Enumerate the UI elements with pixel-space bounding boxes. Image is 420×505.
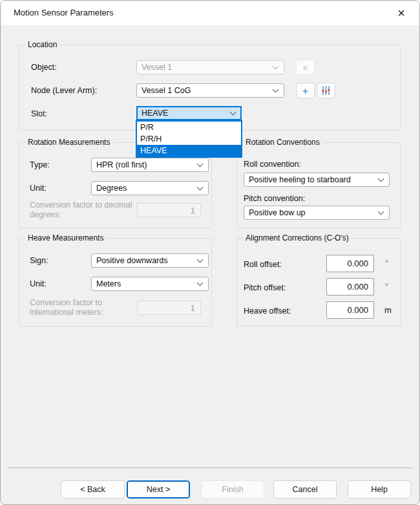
pitch-convention-label: Pitch convention: <box>244 194 305 203</box>
heave-sign-combobox[interactable]: Positive downwards <box>91 253 209 268</box>
heave-sign-label: Sign: <box>30 256 48 265</box>
rotation-type-combobox[interactable]: HPR (roll first) <box>91 158 209 172</box>
pitch-offset-input[interactable] <box>326 278 374 295</box>
add-icon: + <box>302 63 308 72</box>
pitch-offset-label: Pitch offset: <box>244 283 286 292</box>
chevron-down-icon <box>230 109 236 116</box>
pitch-convention-combobox[interactable]: Positive bow up <box>244 206 390 220</box>
next-button[interactable]: Next > <box>127 480 190 499</box>
node-properties-button[interactable] <box>317 83 335 98</box>
rotation-conversion-label: Conversion factor to decimal degrees: <box>30 200 133 220</box>
slot-dropdown-list: P/R P/R/H HEAVE <box>136 120 242 158</box>
cancel-button[interactable]: Cancel <box>273 480 337 499</box>
rotation-conventions-group-title: Rotation Conventions <box>243 138 322 147</box>
chevron-down-icon <box>197 161 204 167</box>
rotation-unit-label: Unit: <box>30 184 47 193</box>
back-button[interactable]: < Back <box>61 480 125 499</box>
roll-offset-unit: ° <box>385 259 388 268</box>
rotation-unit-combobox[interactable]: Degrees <box>91 181 209 195</box>
add-object-button: + <box>296 59 315 75</box>
heave-offset-label: Heave offset: <box>244 306 291 316</box>
heave-unit-combobox-value: Meters <box>96 279 121 288</box>
close-icon[interactable]: × <box>390 3 413 23</box>
rotation-unit-combobox-value: Degrees <box>96 184 127 193</box>
slot-combobox[interactable]: HEAVE <box>136 106 242 120</box>
dropdown-option-pr[interactable]: P/R <box>137 122 241 133</box>
help-button[interactable]: Help <box>348 480 411 499</box>
heave-unit-label: Unit: <box>30 279 47 288</box>
object-label: Object: <box>31 63 57 72</box>
finish-button: Finish <box>201 480 264 499</box>
alignment-corrections-group-title: Alignment Corrections (C-O's) <box>243 233 352 242</box>
rotation-conversion-input <box>137 203 201 217</box>
heave-conversion-input <box>137 301 201 315</box>
bottom-separator <box>8 467 413 468</box>
object-combobox: Vessel 1 <box>136 60 284 74</box>
slot-label: Slot: <box>31 109 47 118</box>
title-bar: Motion Sensor Parameters × <box>1 1 419 25</box>
roll-convention-combobox-value: Positive heeling to starboard <box>249 175 351 184</box>
motion-sensor-parameters-dialog: Motion Sensor Parameters × Location Obje… <box>0 0 420 505</box>
heave-offset-unit: m <box>384 305 392 315</box>
location-group-title: Location <box>25 40 59 49</box>
node-combobox-value: Vessel 1 CoG <box>142 86 191 95</box>
chevron-down-icon <box>197 257 204 263</box>
chevron-down-icon <box>273 87 279 93</box>
node-combobox[interactable]: Vessel 1 CoG <box>136 83 284 98</box>
pitch-convention-combobox-value: Positive bow up <box>249 208 306 217</box>
chevron-down-icon <box>197 280 204 286</box>
roll-offset-input[interactable] <box>326 255 374 272</box>
roll-convention-label: Roll convention: <box>244 160 301 169</box>
dialog-title: Motion Sensor Parameters <box>14 1 114 25</box>
heave-unit-combobox[interactable]: Meters <box>91 277 209 291</box>
object-combobox-value: Vessel 1 <box>142 63 172 72</box>
heave-offset-input[interactable] <box>326 301 374 319</box>
adjust-sliders-icon <box>321 86 331 95</box>
rotation-type-label: Type: <box>30 160 50 169</box>
pitch-offset-unit: ° <box>385 282 388 291</box>
chevron-down-icon <box>273 63 279 70</box>
add-node-button[interactable]: + <box>296 83 315 98</box>
heave-sign-combobox-value: Positive downwards <box>96 256 167 265</box>
node-label: Node (Lever Arm): <box>31 86 97 95</box>
rotation-measurements-group-title: Rotation Measurements <box>25 138 112 147</box>
heave-conversion-label: Conversion factor to international meter… <box>30 298 133 317</box>
roll-convention-combobox[interactable]: Positive heeling to starboard <box>244 173 390 187</box>
rotation-type-combobox-value: HPR (roll first) <box>96 160 147 169</box>
chevron-down-icon <box>378 209 384 215</box>
add-icon: + <box>302 86 308 96</box>
chevron-down-icon <box>378 176 384 182</box>
chevron-down-icon <box>197 184 204 191</box>
dropdown-option-prh[interactable]: P/R/H <box>137 133 241 145</box>
roll-offset-label: Roll offset: <box>244 260 282 269</box>
dropdown-option-heave[interactable]: HEAVE <box>137 145 241 156</box>
slot-combobox-value: HEAVE <box>142 109 168 118</box>
heave-measurements-group-title: Heave Measurements <box>25 233 106 242</box>
